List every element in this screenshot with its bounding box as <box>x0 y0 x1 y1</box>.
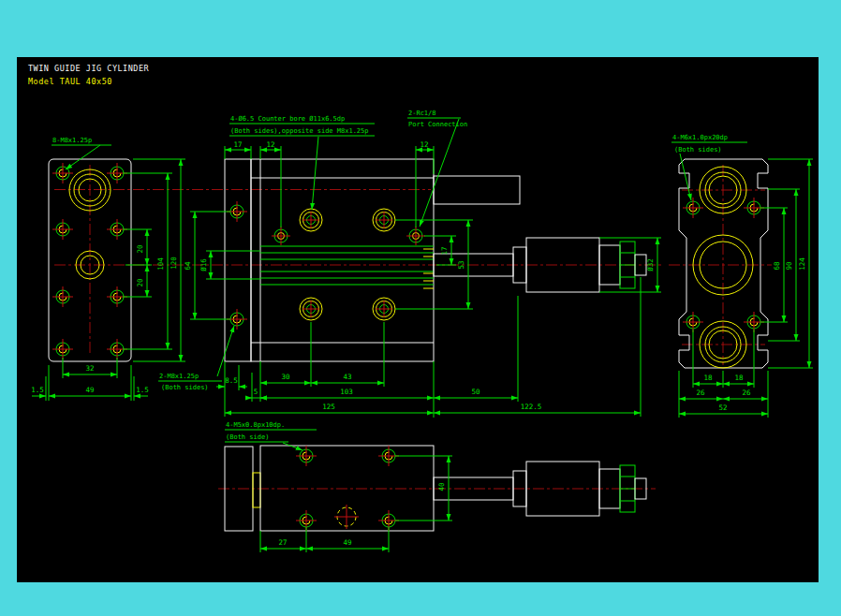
dim-20a: 20 <box>136 244 144 254</box>
counterbore-note-line2: (Both sides),opposite side M8x1.25p <box>230 127 369 135</box>
dim-90: 90 <box>785 261 793 271</box>
bottom-thread-note-line2: (Both side) <box>226 433 269 441</box>
dim-18a: 18 <box>703 374 713 382</box>
dim-17-top: 17 <box>233 140 242 149</box>
dim-53: 53 <box>457 260 465 269</box>
dim-103: 103 <box>340 388 353 396</box>
dim-30: 30 <box>281 373 290 381</box>
dim-125: 125 <box>322 403 335 411</box>
drawing-model: Model TAUL 40x50 <box>28 77 112 86</box>
counterbore-hole <box>373 209 395 231</box>
dim-32: 32 <box>85 364 94 373</box>
drawing-title: TWIN GUIDE JIG CYLINDER <box>28 64 150 73</box>
dim-8-5: 8.5 <box>225 376 238 385</box>
thread-note-left-view: 8-M8x1.25p <box>52 137 92 144</box>
dim-12-right: 12 <box>420 140 428 149</box>
dim-dia32: Ø32 <box>646 258 655 271</box>
dim-40: 40 <box>437 482 446 491</box>
end-thread-note-line1: 4-M6x1.0px20dp <box>672 134 728 141</box>
cad-viewer-window: TWIN GUIDE JIG CYLINDER Model TAUL 40x50 <box>0 0 841 616</box>
counterbore-note-line1: 4-Ø6.5 Counter bore Ø11x6.5dp <box>230 115 345 123</box>
dim-50: 50 <box>471 388 480 396</box>
dim-49: 49 <box>85 386 94 394</box>
dim-64: 64 <box>184 261 192 271</box>
end-thread-note-line2: (Both sides) <box>674 146 722 154</box>
side-thread-note-line2: (Both sides) <box>161 384 209 391</box>
dim-18b: 18 <box>734 374 744 382</box>
dim-dia16: Ø16 <box>199 258 208 271</box>
dim-49-bottom: 49 <box>343 538 351 547</box>
dim-26b: 26 <box>742 389 751 397</box>
dim-52: 52 <box>718 403 727 412</box>
dim-27: 27 <box>278 538 287 547</box>
dim-20b: 20 <box>136 278 144 287</box>
port-note-line1: 2-Rc1/8 <box>408 110 436 117</box>
dim-122-5: 122.5 <box>521 403 542 411</box>
dim-120: 120 <box>170 257 178 270</box>
bottom-thread-note-line1: 4-M5x0.8px10dp. <box>226 421 285 429</box>
dim-26a: 26 <box>696 389 705 397</box>
dim-12-left: 12 <box>266 140 274 149</box>
dim-43: 43 <box>343 373 351 381</box>
counterbore-hole <box>373 298 395 320</box>
counterbore-hole <box>300 209 322 231</box>
port-note-line2: Port Connection <box>408 121 467 128</box>
cad-drawing: TWIN GUIDE JIG CYLINDER Model TAUL 40x50 <box>0 0 841 616</box>
dim-68: 68 <box>773 261 781 271</box>
dim-5: 5 <box>254 388 258 396</box>
dim-104: 104 <box>156 257 165 271</box>
dim-1-5-right: 1.5 <box>136 386 149 394</box>
dim-17-right: 17 <box>440 246 449 255</box>
counterbore-hole <box>300 298 322 320</box>
side-thread-note-line1: 2-M8x1.25p <box>159 373 199 380</box>
dim-124: 124 <box>798 257 806 271</box>
dim-1-5-left: 1.5 <box>31 386 44 394</box>
